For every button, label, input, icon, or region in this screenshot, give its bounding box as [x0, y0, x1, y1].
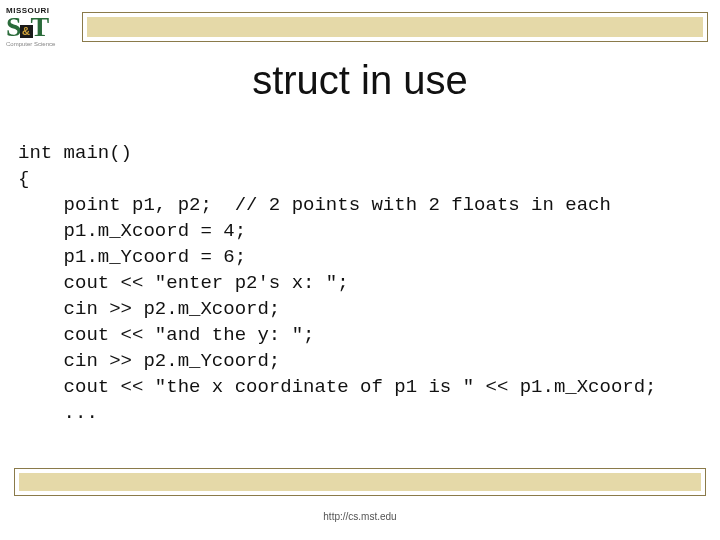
slide: MISSOURI S&T Computer Science struct in …: [0, 0, 720, 540]
logo-mark: S&T: [6, 15, 66, 39]
bottom-banner: [14, 468, 706, 496]
slide-title: struct in use: [0, 58, 720, 103]
footer-url: http://cs.mst.edu: [0, 511, 720, 522]
university-logo: MISSOURI S&T Computer Science: [6, 6, 66, 47]
top-banner-fill: [87, 17, 703, 37]
logo-letter-t: T: [31, 15, 50, 39]
top-banner: [82, 12, 708, 42]
bottom-banner-fill: [19, 473, 701, 491]
code-block: int main() { point p1, p2; // 2 points w…: [18, 140, 702, 426]
